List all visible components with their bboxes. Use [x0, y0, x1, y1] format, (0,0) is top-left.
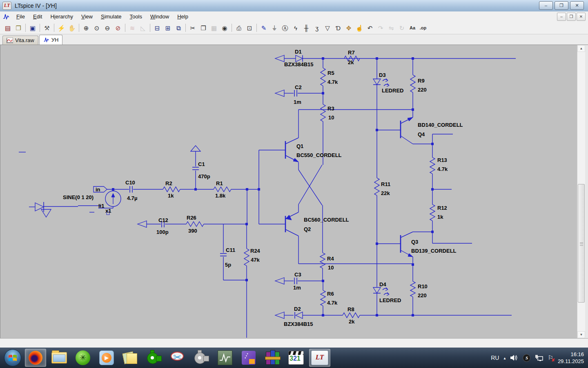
schematic-label[interactable]: D4: [379, 281, 386, 287]
taskbar-purple-app[interactable]: [238, 349, 259, 367]
network-icon[interactable]: [535, 355, 543, 361]
minimize-button[interactable]: –: [539, 1, 553, 10]
resistor-icon[interactable]: ϟ: [291, 23, 301, 33]
schematic-label[interactable]: C11: [226, 247, 235, 253]
vertical-scrollbar[interactable]: ▲ ▼: [577, 45, 585, 338]
schematic-label[interactable]: BZX384B15: [284, 61, 314, 67]
schematic-label[interactable]: BZX384B15: [284, 321, 313, 327]
schematic-label[interactable]: R5: [327, 70, 334, 76]
schematic-label[interactable]: R3: [327, 105, 334, 112]
zoom-in-icon[interactable]: ⊕: [81, 23, 91, 33]
schematic-label[interactable]: 220: [418, 87, 427, 93]
schematic-label[interactable]: 47k: [251, 257, 260, 263]
clock[interactable]: 16:16 29.11.2025: [558, 351, 584, 365]
net-label-icon[interactable]: Ⓐ: [280, 23, 290, 33]
schematic-label[interactable]: R6: [327, 291, 334, 297]
schematic-label[interactable]: Q3: [411, 239, 418, 245]
zoom-area-icon[interactable]: ⊙: [92, 23, 102, 33]
scroll-up-arrow[interactable]: ▲: [577, 45, 585, 52]
taskbar-gray-tool-app[interactable]: [191, 349, 212, 367]
zoom-full-icon[interactable]: ⊘: [113, 23, 123, 33]
restore-button[interactable]: ❐: [555, 1, 568, 10]
schematic-label[interactable]: SINE(0 1 20): [63, 194, 94, 200]
schematic-label[interactable]: 4.7k: [327, 79, 338, 85]
cascade-windows-icon[interactable]: ⧉: [174, 23, 183, 33]
close-button[interactable]: ✕: [570, 1, 584, 10]
schematic-label[interactable]: 220: [418, 292, 427, 298]
tray-s-icon[interactable]: S: [523, 354, 530, 362]
schematic-label[interactable]: 1k: [168, 193, 174, 199]
taskbar-green-tool-app[interactable]: [143, 349, 165, 367]
action-center-flag-icon[interactable]: ⚐✘: [548, 354, 553, 361]
schematic-label[interactable]: Q1: [296, 143, 303, 149]
save-icon[interactable]: ▣: [28, 23, 38, 33]
schematic-label[interactable]: R7: [348, 49, 355, 56]
schematic-label[interactable]: D2: [294, 306, 301, 312]
schematic-label[interactable]: LEDRED: [382, 88, 403, 94]
child-close-button[interactable]: ✕: [577, 13, 586, 21]
ground-icon[interactable]: ⏚: [270, 23, 279, 33]
schematic-label[interactable]: 390: [188, 228, 197, 234]
zoom-out-icon[interactable]: ⊖: [102, 23, 112, 33]
schematic-label[interactable]: R2: [165, 180, 172, 186]
plot-settings-icon[interactable]: ≋: [127, 23, 137, 33]
child-minimize-button[interactable]: –: [557, 13, 566, 21]
schematic-label[interactable]: 1.8k: [215, 193, 225, 199]
schematic-label[interactable]: 1k: [437, 214, 443, 220]
schematic-label[interactable]: R24: [250, 248, 260, 254]
schematic-label[interactable]: 1m: [293, 285, 301, 291]
drag-icon[interactable]: ☝: [354, 23, 364, 33]
taskbar-ltspice[interactable]: LT: [309, 349, 330, 367]
schematic-label[interactable]: R9: [418, 78, 425, 84]
hidden-icons-chevron[interactable]: ▴: [503, 356, 506, 360]
menu-file[interactable]: File: [12, 12, 29, 21]
schematic-label[interactable]: Q4: [418, 131, 425, 137]
language-indicator[interactable]: RU: [491, 355, 499, 361]
taskbar-explorer[interactable]: [49, 349, 70, 367]
menu-simulate[interactable]: Simulate: [97, 12, 126, 21]
taskbar-winrar[interactable]: [262, 349, 283, 367]
schematic-label[interactable]: LEDRED: [379, 297, 401, 303]
taskbar-firefox[interactable]: [25, 349, 46, 367]
schematic-label[interactable]: D1: [295, 49, 302, 55]
paste-icon[interactable]: ▦: [209, 23, 219, 33]
schematic-label[interactable]: 10: [328, 114, 334, 121]
scrollbar-thumb[interactable]: [578, 184, 585, 303]
scroll-down-arrow[interactable]: ▼: [577, 331, 585, 338]
schematic-canvas[interactable]: D1BZX384B15R72kR54.7kC21mD3LEDREDR9220R3…: [0, 45, 577, 338]
menu-hierarchy[interactable]: Hierarchy: [46, 12, 77, 21]
rotate-icon[interactable]: ↻: [397, 23, 407, 33]
start-button[interactable]: [2, 348, 24, 368]
schematic-label[interactable]: 470p: [198, 173, 210, 180]
schematic-label[interactable]: R1: [216, 180, 223, 186]
halt-icon[interactable]: ✋: [67, 23, 77, 33]
schematic-label[interactable]: BD140_CORDELL: [418, 122, 463, 128]
cut-icon[interactable]: ✂: [188, 23, 198, 33]
text-icon[interactable]: Aa: [408, 23, 417, 33]
spice-directive-icon[interactable]: .op: [418, 23, 428, 33]
schematic-label[interactable]: R4: [327, 256, 334, 262]
schematic-label[interactable]: R10: [418, 283, 428, 289]
schematic-label[interactable]: R13: [437, 157, 447, 163]
schematic-label[interactable]: 2k: [349, 319, 354, 325]
taskbar-oscilloscope-app[interactable]: [214, 349, 236, 367]
schematic-label[interactable]: R11: [381, 181, 390, 187]
new-schematic-icon[interactable]: ▤: [3, 23, 13, 33]
schematic-label[interactable]: Q2: [304, 226, 311, 232]
taskbar-sticky-notes[interactable]: [120, 349, 141, 367]
tab-vita-raw[interactable]: Vita.raw: [2, 36, 38, 45]
menu-help[interactable]: Help: [173, 12, 192, 21]
schematic-label[interactable]: 22k: [381, 190, 390, 196]
schematic-label[interactable]: 100p: [156, 229, 169, 235]
autorange-icon[interactable]: ◺: [138, 23, 148, 33]
schematic-label[interactable]: C12: [158, 217, 168, 223]
component-icon[interactable]: Ɗ: [333, 23, 343, 33]
inductor-icon[interactable]: ʒ: [312, 23, 322, 33]
taskbar-media-player-classic[interactable]: 321: [285, 349, 307, 367]
schematic-label[interactable]: 4.7µ: [127, 195, 138, 201]
tab-un[interactable]: УН: [39, 35, 63, 45]
schematic-label[interactable]: 4.7k: [437, 166, 448, 172]
print-icon[interactable]: ⎙: [234, 23, 244, 33]
menu-window[interactable]: Window: [146, 12, 173, 21]
diode-icon[interactable]: ▽: [323, 23, 332, 33]
